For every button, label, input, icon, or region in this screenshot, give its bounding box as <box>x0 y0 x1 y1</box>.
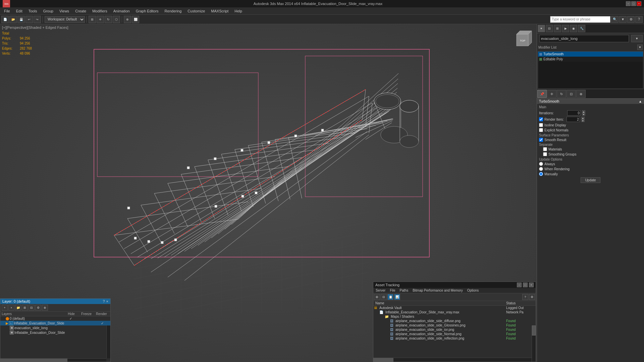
panel-icon-pin[interactable]: 📌 <box>537 90 547 98</box>
panel-icon-snap[interactable]: ⊕ <box>576 90 586 98</box>
smoothing-groups-check[interactable] <box>543 152 547 156</box>
layers-vscroll[interactable] <box>106 325 110 358</box>
panel-tab-utilities[interactable]: 🔧 <box>578 25 585 32</box>
search-input[interactable] <box>550 16 610 23</box>
object-name-field[interactable] <box>539 35 629 42</box>
search-btn[interactable]: 🔍 <box>611 16 619 23</box>
panel-icon-rotate[interactable]: ↻ <box>557 90 566 98</box>
close-btn[interactable]: × <box>637 1 641 6</box>
layers-merge-btn[interactable]: ⊞ <box>22 305 28 311</box>
rotate-btn[interactable]: ↻ <box>105 16 112 23</box>
move-btn[interactable]: ✛ <box>97 16 104 23</box>
asset-row-diffuse[interactable]: 🖼 airplane_evacuation_slide_side_diffuse… <box>373 319 536 323</box>
new-btn[interactable]: 📄 <box>1 16 9 23</box>
asset-vscroll[interactable] <box>532 325 536 362</box>
asset-help-btn[interactable]: ? <box>522 294 528 300</box>
layers-close-btn[interactable]: × <box>106 299 108 303</box>
menu-maxscript[interactable]: MAXScript <box>208 8 231 14</box>
menu-graph-editors[interactable]: Graph Editors <box>133 8 161 14</box>
menu-edit[interactable]: Edit <box>13 8 25 14</box>
panel-tab-modify[interactable]: ⊟ <box>546 25 553 32</box>
asset-row-ior[interactable]: 🖼 airplane_evacuation_slide_side_ior.png… <box>373 327 536 332</box>
asset-restore-btn[interactable]: □ <box>523 283 528 287</box>
asset-tool4[interactable]: 📊 <box>394 294 400 300</box>
layer-row-evac-long[interactable]: ▣ evacuation_slide_long <box>0 325 110 330</box>
smooth-result-check[interactable] <box>539 138 543 142</box>
asset-tool3[interactable]: 📋 <box>387 294 393 300</box>
modifier-editable-poly[interactable]: Editable Poly <box>538 57 643 62</box>
save-btn[interactable]: 💾 <box>17 16 25 23</box>
mirror-btn[interactable]: ⬜ <box>132 16 139 23</box>
select-btn[interactable]: ⊞ <box>89 16 96 23</box>
menu-file[interactable]: File <box>1 8 13 14</box>
modifier-list-dropdown-btn[interactable]: ▼ <box>631 35 643 42</box>
iterations-down[interactable]: ▼ <box>582 113 585 116</box>
snap-btn[interactable]: ⊕ <box>124 16 131 23</box>
undo-btn[interactable]: ↩ <box>25 16 33 23</box>
asset-row-normal[interactable]: 🖼 airplane_evacuation_slide_side_Normal.… <box>373 332 536 336</box>
maximize-btn[interactable]: □ <box>631 1 636 6</box>
menu-customize[interactable]: Customize <box>185 8 208 14</box>
isoline-check[interactable] <box>539 123 543 127</box>
panel-tab-display[interactable]: ◉ <box>570 25 577 32</box>
app-icon[interactable]: 3ds <box>3 0 10 7</box>
explicit-normals-check[interactable] <box>539 128 543 132</box>
asset-menu-paths[interactable]: Paths <box>398 288 411 293</box>
panel-tab-hierarchy[interactable]: ⊞ <box>554 25 561 32</box>
layer-row-inflatable-door[interactable]: ▣ Inflatable_Evacuation_Door_Slide <box>0 330 110 335</box>
layers-hscroll-thumb[interactable] <box>0 359 67 362</box>
render-iters-down[interactable]: ▼ <box>581 119 585 122</box>
layers-settings-btn[interactable]: ⚙ <box>35 305 41 311</box>
panel-tab-motion[interactable]: ▶ <box>562 25 569 32</box>
asset-row-vault[interactable]: 🏛 Autodesk Vault Logged Out <box>373 306 536 310</box>
asset-minimize-btn[interactable]: − <box>517 283 522 287</box>
asset-menu-bitmap-perf[interactable]: Bitmap Performance and Memory <box>411 288 465 293</box>
asset-tool1[interactable]: ⊞ <box>374 294 380 300</box>
asset-vscroll-thumb[interactable] <box>532 325 536 336</box>
menu-rendering[interactable]: Rendering <box>162 8 184 14</box>
search-settings-btn[interactable]: ⚙ <box>627 16 635 23</box>
menu-help[interactable]: Help <box>232 8 245 14</box>
layers-folder-btn[interactable]: 📁 <box>15 305 21 311</box>
open-btn[interactable]: 📂 <box>9 16 17 23</box>
layers-add-btn[interactable]: + <box>2 305 8 311</box>
panel-icon-scale[interactable]: ⊡ <box>567 90 576 98</box>
menu-modifiers[interactable]: Modifiers <box>90 8 110 14</box>
modifier-list-expand-btn[interactable]: ▼ <box>637 45 643 50</box>
asset-row-maps[interactable]: 📁 Maps / Shaders <box>373 314 536 319</box>
modifier-turbosm[interactable]: TurboSmooth <box>538 52 643 57</box>
layer-row-inflatable[interactable]: ▶ L Inflatable_Evacuation_Door_Slide ✓ <box>0 321 110 325</box>
layers-help-btn[interactable]: ? <box>103 299 105 303</box>
when-rendering-radio[interactable] <box>539 167 543 171</box>
always-radio[interactable] <box>539 162 543 166</box>
layers-hscroll[interactable] <box>0 358 106 362</box>
asset-tool2[interactable]: ⊟ <box>381 294 387 300</box>
iterations-input[interactable] <box>567 110 581 116</box>
asset-menu-options[interactable]: Options <box>465 288 481 293</box>
layers-delete-btn[interactable]: × <box>8 305 14 311</box>
layers-tool7[interactable]: ⊕ <box>42 305 48 311</box>
turbosm-section-title[interactable]: TurboSmooth ▲ <box>537 99 644 104</box>
asset-settings-btn[interactable]: ⚙ <box>529 294 535 300</box>
iterations-up[interactable]: ▲ <box>582 110 585 113</box>
layer-row-0[interactable]: 0 (default) ✓ <box>0 316 110 321</box>
asset-close-btn[interactable]: × <box>529 283 534 287</box>
menu-group[interactable]: Group <box>40 8 56 14</box>
render-iters-check[interactable] <box>539 117 543 121</box>
asset-menu-file[interactable]: File <box>388 288 397 293</box>
render-iters-up[interactable]: ▲ <box>581 117 585 119</box>
help-search-btn[interactable]: ? <box>635 16 643 23</box>
layers-filter-btn[interactable]: ⊟ <box>29 305 35 311</box>
menu-animation[interactable]: Animation <box>111 8 132 14</box>
asset-row-reflection[interactable]: 🖼 airplane_evacuation_slide_side_reflect… <box>373 336 536 341</box>
scale-btn[interactable]: ⬡ <box>113 16 120 23</box>
asset-hscroll-thumb[interactable] <box>373 358 393 362</box>
minimize-btn[interactable]: − <box>626 1 631 6</box>
menu-create[interactable]: Create <box>72 8 89 14</box>
redo-btn[interactable]: ↪ <box>34 16 41 23</box>
render-iters-input[interactable] <box>567 117 580 122</box>
navigation-cube[interactable]: TOP <box>510 27 533 51</box>
asset-row-max-file[interactable]: 📄 Inflatable_Evacuation_Door_Slide_max_v… <box>373 310 536 314</box>
manually-radio[interactable] <box>539 172 543 176</box>
asset-row-glossines[interactable]: 🖼 airplane_evacuation_slide_side_Glossin… <box>373 323 536 327</box>
